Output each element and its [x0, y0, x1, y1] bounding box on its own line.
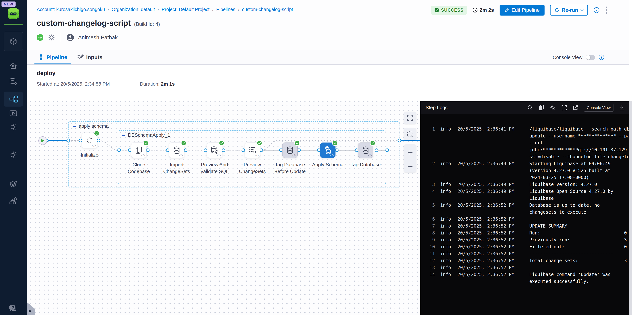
- log-timestamp: 20/5/2025, 2:36:52 PM: [458, 236, 523, 244]
- expand-fullscreen-icon[interactable]: [562, 105, 567, 110]
- step-code-badge: </>: [330, 154, 334, 157]
- sidebar-item-settings[interactable]: [0, 123, 26, 131]
- pencil-icon: [504, 8, 509, 12]
- breadcrumb-link[interactable]: custom-changelog-script: [242, 7, 293, 12]
- inputs-tab-icon: [77, 54, 84, 60]
- log-timestamp: 20/5/2025, 2:36:52 PM: [458, 257, 523, 264]
- sidebar-item-help[interactable]: [0, 305, 26, 313]
- info-icon[interactable]: [598, 54, 604, 60]
- sidebar-item-resources[interactable]: [0, 180, 26, 188]
- log-level: info: [440, 271, 452, 278]
- download-icon[interactable]: [619, 105, 625, 111]
- zoom-out-icon[interactable]: [407, 165, 413, 168]
- rerun-button[interactable]: Re-run: [550, 5, 588, 16]
- run-info-icon[interactable]: [594, 7, 600, 13]
- breadcrumb: Account: kurosakiichigo.songoku›Organiza…: [37, 7, 293, 12]
- help-chat-icon: [8, 305, 18, 313]
- breadcrumb-separator: ›: [212, 7, 214, 12]
- log-level: info: [440, 126, 452, 132]
- left-nav-sidebar: NEW: [0, 0, 26, 315]
- sidebar-module-selector[interactable]: [4, 32, 23, 51]
- pipeline-node-initialize[interactable]: </>: [82, 133, 97, 148]
- meta-divider: [61, 33, 61, 42]
- logs-console-view-button[interactable]: Console View: [584, 104, 614, 112]
- log-line-number: 14: [425, 271, 435, 278]
- log-level: info: [440, 223, 452, 230]
- log-message: [529, 216, 629, 223]
- step-code-badge: </>: [217, 154, 221, 157]
- sidebar-item-databases[interactable]: [0, 77, 26, 86]
- copy-icon[interactable]: [538, 105, 544, 111]
- breadcrumb-link[interactable]: Organization: default: [112, 7, 155, 12]
- database-devops-logo-icon[interactable]: [7, 8, 20, 20]
- pipeline-node-tag-database-before-update[interactable]: </>: [282, 142, 298, 158]
- log-level: info: [440, 250, 452, 257]
- canvas-fit-button[interactable]: [404, 112, 416, 124]
- sidebar-item-pipelines-active[interactable]: [4, 92, 23, 106]
- open-in-new-icon[interactable]: [573, 105, 578, 110]
- pipeline-node-preview-changesets[interactable]: </>: [245, 142, 260, 158]
- log-row: 7info20/5/2025, 2:36:52 PMUPDATE SUMMARY: [425, 223, 629, 230]
- log-row: 3info20/5/2025, 2:36:49 PMLiquibase Vers…: [425, 181, 629, 188]
- stage-duration: Duration: 2m 1s: [140, 81, 174, 87]
- log-lines: 1info20/5/2025, 2:36:41 PM/liquibase/liq…: [420, 114, 629, 315]
- zoom-in-icon[interactable]: [407, 149, 413, 156]
- log-level: info: [440, 160, 452, 167]
- log-line-number: 3: [425, 181, 435, 188]
- kebab-menu-icon[interactable]: [606, 6, 607, 14]
- log-message: Previously run: 3: [529, 236, 629, 244]
- log-line-number: 6: [425, 216, 435, 223]
- db-up-icon: [324, 146, 332, 154]
- step-code-badge: </>: [92, 144, 96, 148]
- step-logs-panel: Step Logs Console View 1info20/5/2025, 2…: [420, 101, 629, 315]
- db-check-icon: [210, 146, 219, 154]
- canvas-select-button[interactable]: [404, 128, 416, 140]
- sidebar-item-account-settings[interactable]: [0, 151, 26, 159]
- tab-pipeline[interactable]: Pipeline: [38, 50, 67, 64]
- breadcrumb-separator: ›: [108, 7, 109, 12]
- fit-view-icon: [407, 114, 413, 121]
- log-settings-gear-icon[interactable]: [550, 105, 556, 111]
- breadcrumb-link[interactable]: Account: kurosakiichigo.songoku: [37, 7, 105, 12]
- play-icon: [41, 139, 44, 142]
- log-message: [529, 264, 629, 271]
- logs-scrollbar[interactable]: [629, 101, 632, 315]
- breadcrumb-link[interactable]: Pipelines: [216, 7, 235, 12]
- log-level: info: [440, 236, 452, 244]
- sidebar-item-executions[interactable]: [0, 110, 26, 117]
- log-message: /liquibase/liquibase --search-path dbupd…: [529, 126, 629, 160]
- tab-inputs[interactable]: Inputs: [77, 50, 102, 64]
- node-label: Apply Schema: [312, 161, 344, 168]
- gear-icon[interactable]: [48, 34, 55, 41]
- log-row: 4info20/5/2025, 2:36:49 PMLiquibase Open…: [425, 188, 629, 202]
- pipeline-node-tag-database[interactable]: </>: [358, 142, 373, 158]
- layers-gear-icon: [9, 180, 18, 188]
- pipeline-node-apply-schema[interactable]: </>: [320, 142, 336, 158]
- search-icon[interactable]: [527, 105, 533, 110]
- pipeline-node-import-changesets[interactable]: </>: [169, 142, 184, 158]
- log-line-number: 13: [425, 264, 435, 271]
- step-success-check-icon: [294, 140, 300, 146]
- total-duration-label: 2m 2s: [480, 7, 494, 13]
- sidebar-item-home[interactable]: [0, 62, 26, 70]
- pipeline-start-node[interactable]: [38, 136, 47, 145]
- pipeline-node-clone-codebase[interactable]: </>: [131, 142, 146, 158]
- rerun-label: Re-run: [562, 7, 578, 13]
- sidebar-item-org-settings[interactable]: [0, 197, 26, 205]
- log-line-number: 12: [425, 257, 435, 264]
- pipelines-icon: [8, 96, 18, 103]
- console-view-toggle[interactable]: [586, 55, 595, 60]
- log-row: 14info20/5/2025, 2:36:52 PMLiquibase com…: [425, 271, 629, 285]
- sidebar-divider: [3, 144, 23, 144]
- main-content: Account: kurosakiichigo.songoku›Organiza…: [26, 0, 629, 315]
- pipeline-canvas[interactable]: − apply schema − DBSchemaApply_1: [26, 101, 420, 315]
- log-level: info: [440, 181, 452, 188]
- log-level: info: [440, 202, 452, 209]
- edit-pipeline-button[interactable]: Edit Pipeline: [500, 5, 544, 16]
- status-badge: SUCCESS: [431, 6, 467, 14]
- step-success-check-icon: [181, 140, 186, 146]
- breadcrumb-link[interactable]: Project: Default Project: [162, 7, 210, 12]
- log-line-number: 4: [425, 188, 435, 195]
- home-icon: [9, 62, 18, 70]
- pipeline-node-preview-and-validate-sql[interactable]: </>: [207, 142, 222, 158]
